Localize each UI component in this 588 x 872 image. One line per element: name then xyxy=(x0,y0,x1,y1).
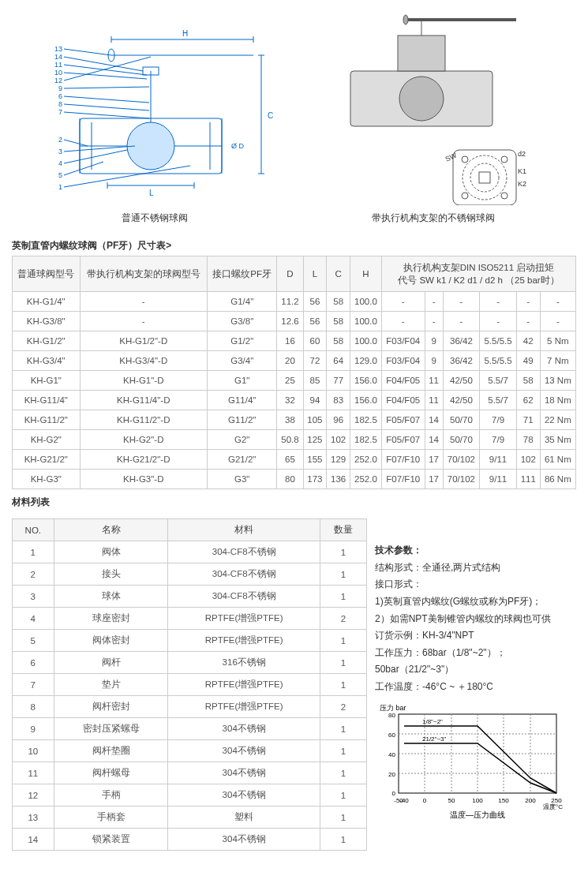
dim-h6: C xyxy=(327,256,350,292)
cell: 50/70 xyxy=(443,410,480,430)
svg-point-58 xyxy=(470,163,499,192)
cell: - xyxy=(381,292,425,312)
cell: 78 xyxy=(516,430,540,450)
cell: - xyxy=(540,312,575,331)
cell: 42 xyxy=(516,331,540,351)
table-row: 14锁紧装置304不锈钢1 xyxy=(13,829,367,851)
cell: 6 xyxy=(13,652,54,674)
cell: 58 xyxy=(327,331,350,351)
cell: F05/F07 xyxy=(381,430,425,450)
cell: 56 xyxy=(303,292,327,312)
cell: 阀杆 xyxy=(54,652,168,674)
cell: 14 xyxy=(425,430,443,450)
cell: 304不锈钢 xyxy=(168,740,320,762)
cell: - xyxy=(80,312,208,331)
cell: 1 xyxy=(320,718,366,740)
svg-text:13: 13 xyxy=(54,45,62,53)
svg-text:0: 0 xyxy=(392,790,396,797)
cell: KH-G1" xyxy=(13,371,81,391)
cell: KH-G1/2" xyxy=(13,331,81,351)
cell: 102 xyxy=(516,450,540,470)
cell: G21/2" xyxy=(208,450,277,470)
cell: 156.0 xyxy=(350,371,382,391)
diagram-right-drawing: SW d2 K1 K2 xyxy=(311,8,556,205)
cell: 182.5 xyxy=(350,430,382,450)
cell: KH-G3/4" xyxy=(13,351,81,371)
tech-params: 技术参数： 结构形式：全通径,两片式结构接口形式：1)英制直管内螺纹(G螺纹或称… xyxy=(375,518,576,851)
cell: 12 xyxy=(13,784,54,807)
cell: 2 xyxy=(320,608,366,630)
cell: - xyxy=(425,312,443,331)
cell: 5.5/7 xyxy=(480,371,517,391)
svg-point-51 xyxy=(399,77,444,121)
svg-text:5: 5 xyxy=(58,171,62,179)
cell: KH-G2" xyxy=(13,430,81,450)
cell: KH-G3"-D xyxy=(80,470,208,489)
cell: 7 xyxy=(13,674,54,696)
svg-text:6: 6 xyxy=(58,92,62,100)
cell: G3" xyxy=(208,470,277,489)
cell: G1" xyxy=(208,371,277,391)
svg-text:温度—压力曲线: 温度—压力曲线 xyxy=(450,810,505,819)
svg-rect-63 xyxy=(479,172,490,183)
cell: 156.0 xyxy=(350,391,382,410)
svg-text:温度°C: 温度°C xyxy=(543,803,563,810)
tech-line: 结构形式：全通径,两片式结构 xyxy=(375,560,576,577)
cell: 38 xyxy=(277,410,303,430)
cell: 1 xyxy=(320,829,366,851)
svg-text:9: 9 xyxy=(58,84,62,92)
svg-line-19 xyxy=(64,49,111,55)
tech-line: 工作温度：-46°C ~ ＋180°C xyxy=(375,679,576,696)
cell: 阀杆垫圈 xyxy=(54,740,168,762)
cell: 9/11 xyxy=(480,450,517,470)
svg-text:1/8"~2": 1/8"~2" xyxy=(422,718,443,725)
cell: 85 xyxy=(303,371,327,391)
cell: 17 xyxy=(425,450,443,470)
cell: RPTFE(增强PTFE) xyxy=(168,630,320,652)
cell: RPTFE(增强PTFE) xyxy=(168,674,320,696)
cell: 136 xyxy=(327,470,350,489)
cell: G3/4" xyxy=(208,351,277,371)
diagram-right: SW d2 K1 K2 带执行机构支架的不锈钢球阀 xyxy=(311,8,556,225)
table-row: KH-G21/2"KH-G21/2"-DG21/2"65155129252.0F… xyxy=(13,450,576,470)
pt-chart-svg: 压力 bar xyxy=(375,702,572,821)
cell: 111 xyxy=(516,470,540,489)
cell: F03/F04 xyxy=(381,351,425,371)
cell: 14 xyxy=(425,410,443,430)
table-row: KH-G11/2"KH-G11/2"-DG11/2"3810596182.5F0… xyxy=(13,410,576,430)
cell: 304-CF8不锈钢 xyxy=(168,586,320,608)
cell: 129.0 xyxy=(350,351,382,371)
cell: 125 xyxy=(303,430,327,450)
table-row: 2接头304-CF8不锈钢1 xyxy=(13,563,367,586)
cell: - xyxy=(381,312,425,331)
cell: G2" xyxy=(208,430,277,450)
cell: 105 xyxy=(303,410,327,430)
cell: 9 xyxy=(425,351,443,371)
cell: 155 xyxy=(303,450,327,470)
cell: 50.8 xyxy=(277,430,303,450)
cell: 8 xyxy=(13,696,54,718)
cell: KH-G11/2" xyxy=(13,410,81,430)
table-row: 7垫片RPTFE(增强PTFE)1 xyxy=(13,674,367,696)
cell: 25 xyxy=(277,371,303,391)
cell: 9 xyxy=(425,331,443,351)
cell: 58 xyxy=(516,371,540,391)
cell: 80 xyxy=(277,470,303,489)
cell: 1 xyxy=(320,586,366,608)
svg-point-55 xyxy=(403,15,408,24)
cell: 252.0 xyxy=(350,450,382,470)
cell: RPTFE(增强PTFE) xyxy=(168,696,320,718)
cell: G3/8" xyxy=(208,312,277,331)
cell: 49 xyxy=(516,351,540,371)
diagram-left: 13 14 11 10 12 9 6 8 7 2 3 4 5 1 H C xyxy=(32,8,277,225)
mat-table-title: 材料列表 xyxy=(0,489,588,512)
svg-point-59 xyxy=(462,156,468,163)
cell: KH-G3" xyxy=(13,470,81,489)
cell: 4 xyxy=(13,608,54,630)
mat-h-qty: 数量 xyxy=(320,519,366,541)
svg-text:K2: K2 xyxy=(518,180,526,188)
cell: 100.0 xyxy=(350,331,382,351)
cell: 球座密封 xyxy=(54,608,168,630)
cell: 22 Nm xyxy=(540,410,575,430)
cell: 5 xyxy=(13,630,54,652)
